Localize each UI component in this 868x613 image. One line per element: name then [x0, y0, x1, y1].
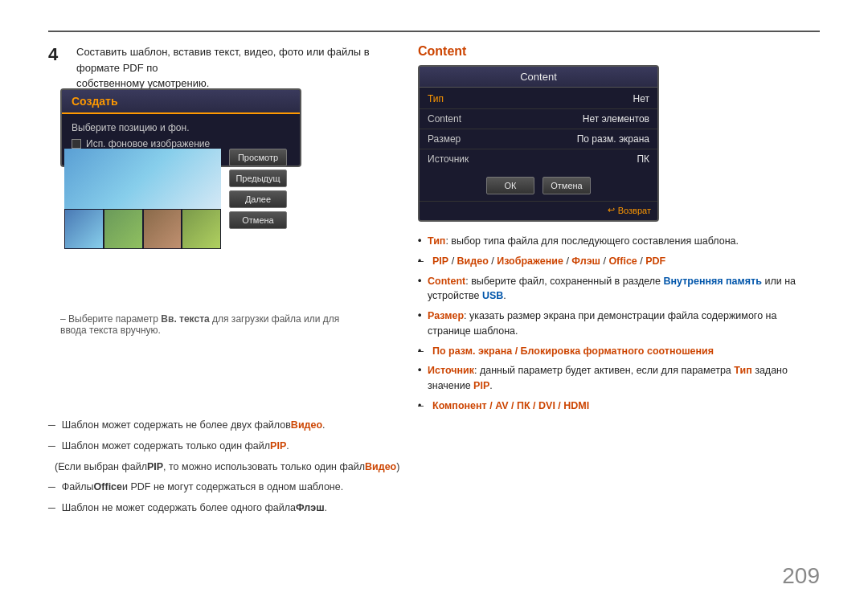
create-dialog-title: Создать — [62, 90, 300, 114]
instruction-line2: собственному усмотрению. — [76, 77, 209, 89]
note-prefix: ─ — [48, 501, 55, 516]
text-part: Тип — [734, 365, 751, 376]
text-part: / — [489, 255, 497, 267]
text-part: / — [600, 255, 608, 267]
row-label-type: Тип — [428, 93, 492, 104]
note-text-part: , то можно использовать только один файл — [163, 460, 365, 475]
bottom-notes: ─ Шаблон может содержать не более двух ф… — [48, 418, 772, 521]
image-top — [64, 149, 221, 209]
content-row-content: Content Нет элементов — [420, 111, 657, 127]
list-item: • Размер: указать размер экрана при демо… — [418, 309, 796, 339]
divider-2 — [420, 129, 657, 129]
thumb-3 — [143, 209, 182, 249]
note-text-part: PIP — [270, 439, 286, 454]
text-part: PDF — [645, 255, 665, 267]
content-row-size: Размер По разм. экрана — [420, 131, 657, 147]
row-value-size: По разм. экрана — [492, 133, 649, 145]
row-label-content: Content — [428, 113, 492, 125]
note-text-part: Шаблон не может содержать более одного ф… — [62, 501, 296, 516]
text-part: Источник — [428, 365, 474, 376]
note-text-part: Флэш — [296, 501, 325, 516]
create-dialog-buttons: Просмотр Предыдущ Далее Отмена — [229, 149, 287, 229]
previous-button[interactable]: Предыдущ — [229, 170, 287, 187]
divider-3 — [420, 149, 657, 149]
image-thumbnails — [64, 209, 221, 249]
sub-note: – Выберите параметр Вв. текста для загру… — [60, 313, 366, 336]
list-item: • Источник: данный параметр будет активе… — [418, 363, 796, 394]
content-section: Content Content Тип Нет Content Нет элем… — [418, 44, 820, 419]
cancel-button[interactable]: Отмена — [229, 211, 287, 229]
note-text-part: (Если выбран файл — [55, 460, 147, 475]
text-part: / — [563, 255, 571, 267]
bottom-note-item: (Если выбран файл PIP, то можно использо… — [48, 460, 772, 475]
instruction-line1: Составить шаблон, вставив текст, видео, … — [76, 46, 370, 74]
text-part: : выбор типа файла для последующего сост… — [445, 235, 739, 247]
divider-1 — [420, 108, 657, 109]
note-text-part: . — [322, 418, 325, 433]
content-dialog: Content Тип Нет Content Нет элементов Ра… — [418, 65, 659, 222]
preview-button[interactable]: Просмотр — [229, 149, 287, 166]
content-row-type: Тип Нет — [420, 91, 657, 107]
note-text-part: . — [286, 439, 289, 454]
return-icon: ↩ — [608, 205, 615, 215]
content-dialog-table: Тип Нет Content Нет элементов Размер По … — [420, 88, 657, 170]
note-prefix: ─ — [48, 418, 55, 433]
sub-list-item: – PIP / Видео / Изображение / Флэш / Off… — [418, 254, 796, 269]
note-text-part: Видео — [365, 460, 396, 475]
row-value-source: ПК — [492, 153, 649, 165]
text-part: Флэш — [571, 255, 600, 267]
next-button[interactable]: Далее — [229, 190, 287, 208]
page-number: 209 — [782, 563, 820, 589]
sub-list-item: – Компонент / AV / ПК / DVI / HDMI — [418, 398, 796, 414]
text-part: Компонент / AV / ПК / DVI / HDMI — [432, 400, 589, 411]
text-part: : данный параметр будет активен, если дл… — [474, 365, 734, 376]
note-text-part: PIP — [147, 460, 163, 475]
row-label-size: Размер — [428, 133, 492, 145]
sub-list-item: – По разм. экрана / Блокировка форматног… — [418, 344, 796, 359]
note-prefix: ─ — [48, 480, 55, 495]
image-preview-area — [64, 149, 221, 249]
sub-note-text-before: Выберите параметр — [68, 313, 161, 325]
text-part: . — [503, 290, 506, 301]
description-list: • Тип: выбор типа файла для последующего… — [418, 234, 796, 414]
text-part: PIP — [432, 255, 448, 267]
note-text-part: . — [325, 501, 327, 516]
text-part: Видео — [457, 255, 489, 267]
text-part: Внутренняя память — [664, 276, 762, 287]
note-text-part: ) — [396, 460, 399, 475]
bottom-note-item: ─ Шаблон не может содержать более одного… — [48, 501, 772, 516]
bottom-note-item: ─ Файлы Office и PDF не могут содержатьс… — [48, 480, 772, 495]
text-part: : указать размер экрана при демонстрации… — [428, 310, 776, 337]
text-part: Office — [608, 255, 637, 267]
content-dialog-footer: ↩ Возврат — [420, 201, 657, 220]
top-rule — [48, 31, 820, 32]
create-hint: Выберите позицию и фон. — [72, 122, 290, 133]
text-part: : выберите файл, сохраненный в разделе — [465, 276, 663, 287]
list-item: • Тип: выбор типа файла для последующего… — [418, 234, 796, 249]
text-part: Тип — [428, 235, 445, 247]
text-part: Изображение — [497, 255, 563, 267]
bottom-note-item: ─ Шаблон может содержать не более двух ф… — [48, 418, 772, 433]
ok-button[interactable]: ОК — [486, 177, 534, 194]
text-part: USB — [482, 290, 503, 301]
text-part: / — [448, 255, 457, 267]
thumb-4 — [182, 209, 221, 249]
checkbox[interactable] — [72, 139, 81, 149]
row-value-content: Нет элементов — [492, 113, 649, 125]
checkbox-label: Исп. фоновое изображение — [86, 138, 210, 149]
text-part: Content — [428, 276, 465, 287]
cancel-dialog-button[interactable]: Отмена — [542, 177, 591, 194]
text-part: PIP — [473, 380, 489, 391]
thumb-1 — [64, 209, 104, 249]
sub-note-prefix: – — [60, 313, 68, 325]
content-heading: Content — [418, 44, 820, 59]
text-part: . — [489, 380, 492, 391]
note-text-part: Office — [94, 480, 122, 495]
list-item: • Content: выберите файл, сохраненный в … — [418, 274, 796, 304]
note-prefix: ─ — [48, 439, 55, 454]
checkbox-row: Исп. фоновое изображение — [72, 138, 290, 149]
text-part: / — [637, 255, 645, 267]
row-value-type: Нет — [492, 93, 649, 104]
content-dialog-action-buttons: ОК Отмена — [420, 170, 657, 201]
note-text-part: и PDF не могут содержаться в одном шабло… — [122, 480, 343, 495]
